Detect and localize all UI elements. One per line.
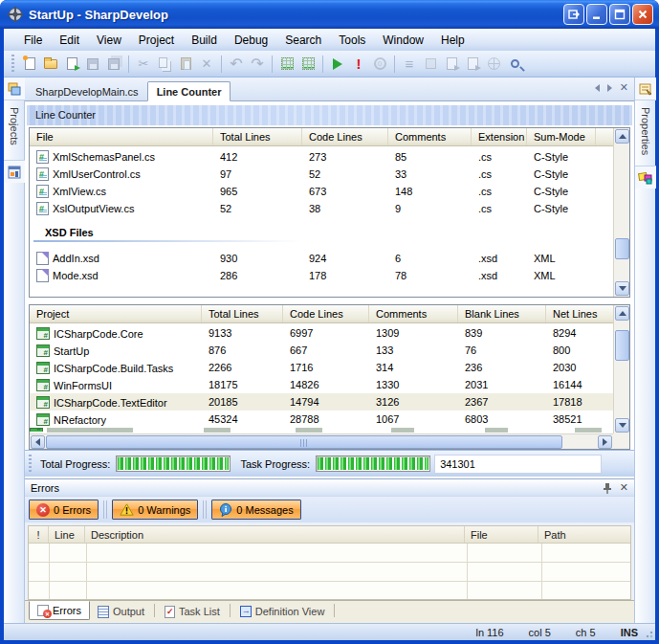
col-file[interactable]: File: [30, 128, 213, 145]
errors-filter-button[interactable]: ✕ 0 Errors: [29, 500, 99, 520]
save-icon[interactable]: [82, 54, 103, 75]
bookmark-list-icon[interactable]: ≡: [399, 54, 420, 75]
scroll-down-icon[interactable]: [615, 281, 629, 296]
build-prev-icon[interactable]: [462, 54, 483, 75]
scroll-left-icon[interactable]: [31, 435, 45, 449]
col-path[interactable]: Path: [538, 526, 630, 543]
col-comments[interactable]: Comments: [369, 305, 458, 322]
tab-sharpdevelopmain[interactable]: SharpDevelopMain.cs: [27, 82, 147, 100]
scrollbar-thumb[interactable]: [615, 330, 629, 361]
projects-pad-label[interactable]: Projects: [9, 107, 20, 145]
properties-pad-label[interactable]: Properties: [640, 107, 651, 155]
run-icon[interactable]: [327, 54, 348, 75]
table-row[interactable]: XmlUserControl.cs 97 52 33 .cs C-Style: [30, 166, 629, 183]
errors-panel-titlebar[interactable]: Errors ✕: [25, 479, 634, 497]
scroll-down-icon[interactable]: [615, 418, 629, 433]
resize-grip[interactable]: [643, 628, 653, 638]
menu-file[interactable]: File: [15, 31, 51, 50]
tab-scroll-right-icon[interactable]: [607, 84, 612, 92]
tab-output[interactable]: Output: [90, 602, 152, 621]
projects-pad-button[interactable]: [4, 78, 25, 100]
messages-filter-button[interactable]: 0 Messages: [211, 500, 300, 520]
title-bar[interactable]: StartUp - SharpDevelop: [0, 0, 659, 29]
frame-icon[interactable]: [420, 54, 441, 75]
table-row[interactable]: XslOutputView.cs 52 38 9 .cs C-Style: [30, 200, 629, 217]
col-net-lines[interactable]: Net Lines: [546, 305, 615, 322]
tab-scroll-left-icon[interactable]: [595, 84, 600, 92]
col-code-lines[interactable]: Code Lines: [302, 128, 388, 145]
minimize-button[interactable]: [586, 4, 607, 25]
col-severity[interactable]: !: [29, 526, 49, 543]
col-description[interactable]: Description: [85, 526, 465, 543]
menu-project[interactable]: Project: [130, 31, 183, 50]
save-all-icon[interactable]: [103, 54, 124, 75]
profiler-icon[interactable]: 0: [369, 54, 390, 75]
open-from-project-icon[interactable]: [61, 54, 82, 75]
col-file[interactable]: File: [465, 526, 538, 543]
build-next-icon[interactable]: [441, 54, 462, 75]
projects-table-hscrollbar[interactable]: [30, 433, 613, 449]
scrollbar-thumb[interactable]: [615, 238, 629, 259]
table-row-selected[interactable]: ICSharpCode.TextEditor 20185 14794 3126 …: [30, 393, 629, 411]
open-file-icon[interactable]: [40, 54, 61, 75]
col-code-lines[interactable]: Code Lines: [283, 305, 369, 322]
col-total-lines[interactable]: Total Lines: [202, 305, 283, 322]
menu-build[interactable]: Build: [183, 31, 226, 50]
warnings-filter-button[interactable]: 0 Warnings: [112, 500, 198, 520]
comment-region-icon[interactable]: [276, 54, 297, 75]
table-row[interactable]: ICSharpCode.Build.Tasks 2266 1716 314 23…: [30, 359, 629, 376]
classes-pad-button[interactable]: [4, 160, 25, 183]
cut-icon[interactable]: ✂: [133, 54, 154, 75]
files-table-scrollbar[interactable]: [613, 128, 629, 297]
table-row[interactable]: XmlView.cs 965 673 148 .cs C-Style: [30, 183, 629, 200]
col-sum-mode[interactable]: Sum-Mode: [527, 128, 596, 145]
toolbar-grip[interactable]: [11, 55, 14, 74]
tab-line-counter[interactable]: Line Counter: [147, 81, 231, 101]
scrollbar-thumb[interactable]: [46, 435, 562, 449]
scroll-right-icon[interactable]: [598, 435, 612, 449]
web-browser-icon[interactable]: [483, 54, 504, 75]
pin-icon[interactable]: [602, 482, 612, 494]
toolwindow-button[interactable]: [563, 4, 584, 25]
table-row[interactable]: ICSharpCode.Core 9133 6997 1309 839 8294: [30, 324, 629, 342]
undo-icon[interactable]: ↶: [226, 54, 247, 75]
delete-icon[interactable]: ✕: [196, 54, 217, 75]
projects-table-vscrollbar[interactable]: [613, 305, 629, 433]
toolbox-pad-button[interactable]: [635, 166, 656, 189]
tab-definition-view[interactable]: Definition View: [232, 602, 333, 621]
copy-icon[interactable]: [154, 54, 175, 75]
table-row[interactable]: AddIn.xsd 930 924 6 .xsd XML: [30, 250, 629, 267]
tab-errors[interactable]: ✕ Errors: [29, 601, 90, 620]
menu-help[interactable]: Help: [432, 31, 473, 50]
table-row[interactable]: WinFormsUI 18175 14826 1330 2031 16144: [30, 376, 629, 393]
col-extension[interactable]: Extension: [472, 128, 527, 145]
table-row[interactable]: XmlSchemasPanel.cs 412 273 85 .cs C-Styl…: [30, 148, 629, 166]
menu-search[interactable]: Search: [276, 31, 330, 50]
new-file-icon[interactable]: [19, 54, 40, 75]
col-project[interactable]: Project: [30, 305, 202, 322]
menu-tools[interactable]: Tools: [330, 31, 374, 50]
col-total-lines[interactable]: Total Lines: [213, 128, 302, 145]
table-row[interactable]: NRefactory 45324 28788 1067 6803 38521: [30, 411, 629, 428]
paste-icon[interactable]: [175, 54, 196, 75]
table-row[interactable]: Mode.xsd 286 178 78 .xsd XML: [30, 267, 629, 284]
col-line[interactable]: Line: [49, 526, 85, 543]
col-blank-lines[interactable]: Blank Lines: [458, 305, 546, 322]
close-panel-icon[interactable]: ✕: [620, 482, 628, 493]
uncomment-region-icon[interactable]: [297, 54, 319, 75]
toolbar-grip[interactable]: [29, 455, 32, 474]
menu-view[interactable]: View: [88, 31, 130, 50]
abort-build-icon[interactable]: !: [348, 54, 369, 75]
search-icon[interactable]: [504, 54, 525, 75]
tab-task-list[interactable]: Task List: [157, 602, 228, 621]
menu-edit[interactable]: Edit: [51, 31, 88, 50]
redo-icon[interactable]: ↷: [247, 54, 268, 75]
scroll-up-icon[interactable]: [615, 306, 629, 321]
tab-close-icon[interactable]: ✕: [620, 82, 628, 93]
errors-grid-body[interactable]: [29, 544, 630, 599]
close-button[interactable]: [632, 4, 653, 25]
menu-debug[interactable]: Debug: [226, 31, 276, 50]
table-row[interactable]: StartUp 876 667 133 76 800: [30, 342, 629, 359]
properties-pad-button[interactable]: [635, 78, 656, 100]
menu-window[interactable]: Window: [374, 31, 432, 50]
